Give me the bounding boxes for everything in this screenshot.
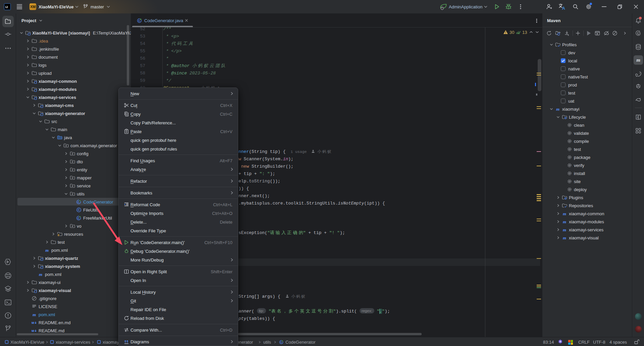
svg-text:m: m: [39, 272, 42, 277]
svg-text:m: m: [563, 211, 566, 216]
svg-text:m: m: [45, 248, 49, 253]
svg-text:M: M: [32, 321, 34, 325]
svg-text:m: m: [563, 235, 566, 240]
svg-text:C: C: [78, 208, 80, 212]
svg-text:m: m: [563, 227, 566, 232]
svg-text:M: M: [32, 329, 34, 333]
svg-text:m: m: [33, 312, 36, 317]
svg-text:A: A: [562, 6, 566, 10]
svg-text:IJ: IJ: [5, 5, 8, 9]
svg-text:A: A: [637, 116, 639, 118]
svg-text:m: m: [556, 107, 559, 112]
svg-text:m: m: [636, 57, 640, 63]
svg-text:m: m: [563, 219, 566, 224]
